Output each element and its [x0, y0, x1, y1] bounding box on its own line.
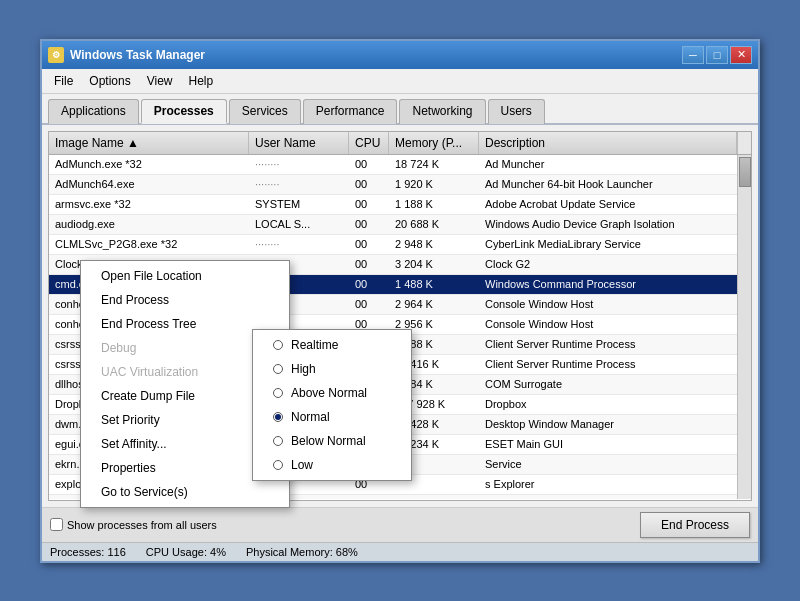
ctx-go-to-service[interactable]: Go to Service(s)	[81, 480, 289, 504]
show-processes-container: Show processes from all users	[50, 518, 217, 531]
col-header-user[interactable]: User Name	[249, 132, 349, 154]
tabs-bar: Applications Processes Services Performa…	[42, 94, 758, 125]
ctx-open-file-location[interactable]: Open File Location	[81, 264, 289, 288]
menu-help[interactable]: Help	[181, 71, 222, 91]
menu-view[interactable]: View	[139, 71, 181, 91]
status-bar: Processes: 116 CPU Usage: 4% Physical Me…	[42, 542, 758, 561]
col-header-cpu[interactable]: CPU	[349, 132, 389, 154]
radio-below-normal	[273, 436, 283, 446]
table-row[interactable]: audiodg.exe LOCAL S... 00 20 688 K Windo…	[49, 215, 751, 235]
title-controls: ─ □ ✕	[682, 46, 752, 64]
show-processes-checkbox[interactable]	[50, 518, 63, 531]
col-header-desc[interactable]: Description	[479, 132, 737, 154]
table-row[interactable]: CLMLSvc_P2G8.exe *32 ········ 00 2 948 K…	[49, 235, 751, 255]
title-bar-left: ⚙ Windows Task Manager	[48, 47, 205, 63]
sub-normal[interactable]: Normal	[253, 405, 411, 429]
main-window: ⚙ Windows Task Manager ─ □ ✕ File Option…	[40, 39, 760, 563]
sub-high[interactable]: High	[253, 357, 411, 381]
end-process-button[interactable]: End Process	[640, 512, 750, 538]
col-header-image[interactable]: Image Name ▲	[49, 132, 249, 154]
radio-realtime	[273, 340, 283, 350]
sub-above-normal[interactable]: Above Normal	[253, 381, 411, 405]
sub-realtime[interactable]: Realtime	[253, 333, 411, 357]
sub-low[interactable]: Low	[253, 453, 411, 477]
tab-processes[interactable]: Processes	[141, 99, 227, 124]
status-cpu: CPU Usage: 4%	[146, 546, 226, 558]
menu-options[interactable]: Options	[81, 71, 138, 91]
table-row[interactable]: AdMunch64.exe ········ 00 1 920 K Ad Mun…	[49, 175, 751, 195]
radio-low	[273, 460, 283, 470]
radio-above-normal	[273, 388, 283, 398]
bottom-bar: Show processes from all users End Proces…	[42, 507, 758, 542]
radio-normal	[273, 412, 283, 422]
menu-bar: File Options View Help	[42, 69, 758, 94]
submenu-priority: Realtime High Above Normal Normal Below …	[252, 329, 412, 481]
tab-networking[interactable]: Networking	[399, 99, 485, 124]
ctx-end-process[interactable]: End Process	[81, 288, 289, 312]
scrollbar-thumb[interactable]	[739, 157, 751, 187]
show-processes-label: Show processes from all users	[67, 519, 217, 531]
window-title: Windows Task Manager	[70, 48, 205, 62]
maximize-button[interactable]: □	[706, 46, 728, 64]
close-button[interactable]: ✕	[730, 46, 752, 64]
table-header: Image Name ▲ User Name CPU Memory (P... …	[49, 132, 751, 155]
vertical-scrollbar[interactable]	[737, 155, 751, 499]
tab-applications[interactable]: Applications	[48, 99, 139, 124]
table-row[interactable]: armsvc.exe *32 SYSTEM 00 1 188 K Adobe A…	[49, 195, 751, 215]
app-icon: ⚙	[48, 47, 64, 63]
table-row[interactable]: AdMunch.exe *32 ········ 00 18 724 K Ad …	[49, 155, 751, 175]
sub-below-normal[interactable]: Below Normal	[253, 429, 411, 453]
col-header-mem[interactable]: Memory (P...	[389, 132, 479, 154]
status-memory: Physical Memory: 68%	[246, 546, 358, 558]
tab-services[interactable]: Services	[229, 99, 301, 124]
minimize-button[interactable]: ─	[682, 46, 704, 64]
menu-file[interactable]: File	[46, 71, 81, 91]
status-processes: Processes: 116	[50, 546, 126, 558]
title-bar: ⚙ Windows Task Manager ─ □ ✕	[42, 41, 758, 69]
radio-high	[273, 364, 283, 374]
tab-performance[interactable]: Performance	[303, 99, 398, 124]
content-area: Image Name ▲ User Name CPU Memory (P... …	[42, 125, 758, 507]
tab-users[interactable]: Users	[488, 99, 545, 124]
